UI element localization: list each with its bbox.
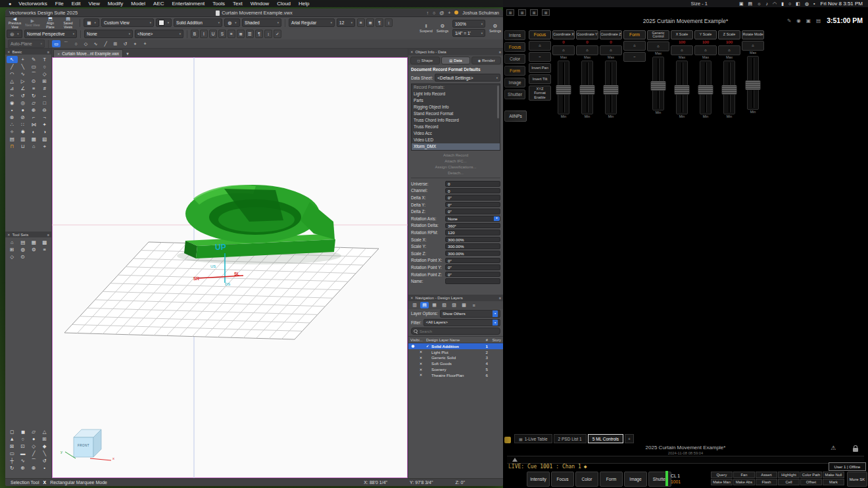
field-value-input[interactable]: 300.00% (445, 237, 500, 243)
text-style-button[interactable]: B (191, 30, 199, 38)
view-mode-dropdown[interactable]: ▦▾ (84, 18, 99, 27)
object-info-tab[interactable]: ◉ Render (471, 57, 501, 64)
tool-icon[interactable]: + (18, 56, 29, 63)
navigation-mode-icon[interactable]: ▦ (430, 302, 439, 308)
fader-handle[interactable] (721, 85, 737, 95)
field-value-input[interactable]: 0" (445, 195, 500, 201)
parameter-softkey-button[interactable]: Focus (551, 472, 574, 487)
object-info-tab[interactable]: ◻ Shape (410, 57, 440, 64)
tool-sets-palette-titlebar[interactable]: ✕ Tool Sets ≡ (5, 232, 51, 237)
ml-minus-button[interactable]: − (529, 52, 551, 62)
record-format-item[interactable]: Light Info Record (412, 91, 500, 97)
ml-fader[interactable] (558, 61, 569, 114)
modeling-tool-icon[interactable]: ⌒ (28, 457, 39, 464)
record-format-item[interactable]: Video LED (412, 137, 500, 143)
previous-view-button[interactable]: ◀ Previous View (7, 16, 23, 29)
zoom-dropdown[interactable]: 100%▾ (452, 20, 485, 28)
navigation-mode-icon[interactable]: ▥ (410, 302, 419, 308)
screen-3-icon[interactable]: ▦ (530, 9, 538, 16)
tool-mode-button[interactable]: ▭ (52, 40, 60, 47)
vw-titlebar[interactable]: Vectorworks Design Suite 2025 Curtain Mo… (5, 9, 503, 17)
share-icon[interactable]: ↑ (426, 11, 429, 15)
record-format-item[interactable]: Parts (412, 97, 500, 104)
tool-icon[interactable]: ↖ (7, 56, 18, 63)
screen-4-icon[interactable]: ▦ (542, 9, 550, 16)
tool-icon[interactable]: ∿ (18, 70, 29, 78)
layer-options-dropdown[interactable]: Show Others▾ (440, 310, 500, 318)
camera-icon[interactable]: ▣ (806, 18, 811, 24)
tool-icon[interactable]: ▱ (28, 99, 39, 107)
ml-category-button[interactable]: Shutter (504, 89, 525, 99)
home-button[interactable]: ⌂ (718, 45, 740, 55)
navigation-mode-icon[interactable]: ▧ (440, 302, 448, 308)
edit-icon[interactable]: ✎ (787, 18, 791, 24)
modeling-tool-icon[interactable]: ▲ (7, 435, 18, 443)
field-value-input[interactable]: 300.00% (445, 243, 500, 249)
close-icon[interactable]: ✕ (7, 233, 11, 237)
modeling-tool-icon[interactable]: ▱ (28, 428, 39, 435)
tool-mode-button[interactable]: ∿ (91, 40, 100, 47)
ml-category-button[interactable]: Color (504, 54, 525, 64)
allnps-button[interactable]: AllNPs (504, 110, 527, 122)
text-style-button[interactable]: ☰ (246, 30, 254, 38)
paragraph-style-button[interactable]: ↕ (385, 18, 393, 27)
tool-icon[interactable]: ∠ (18, 85, 29, 92)
softkey-button[interactable]: Offset (800, 479, 822, 485)
monitor-icon[interactable]: ▤ (816, 18, 821, 24)
modeling-tool-icon[interactable]: ▪ (39, 464, 51, 472)
close-icon[interactable]: ✕ (410, 296, 414, 300)
navigation-mode-icon[interactable]: ▨ (450, 302, 458, 308)
visibility-off-icon[interactable]: ✕ (418, 356, 423, 360)
align-plane-button[interactable]: ⬒ Align Plane (42, 16, 59, 29)
fader-handle[interactable] (556, 85, 571, 95)
record-formats-list[interactable]: Record Formats: Light Info RecordPartsRi… (411, 84, 500, 151)
ml-option-button[interactable]: Invert Pan (529, 63, 551, 73)
object-info-tab[interactable]: ▤ Data (441, 57, 471, 64)
modeling-tool-icon[interactable]: ┼ (7, 457, 18, 464)
field-value-input[interactable]: 0" (445, 272, 500, 278)
name-field-input[interactable] (445, 278, 500, 284)
fader-handle[interactable] (603, 85, 619, 95)
ml-fader[interactable] (700, 61, 711, 114)
projection-dropdown[interactable]: Normal Perspective▾ (24, 30, 77, 38)
ml-parameter-header[interactable]: Coordinate Y (576, 30, 598, 39)
projection-icon-dropdown[interactable]: ◎▾ (7, 30, 22, 38)
menubar-item[interactable]: Modify (104, 1, 128, 7)
field-value-input[interactable]: None (445, 216, 500, 222)
modeling-tool-icon[interactable]: ⊡ (18, 443, 29, 450)
text-style-button[interactable]: ≣ (237, 30, 245, 38)
tool-icon[interactable]: ✱ (18, 128, 29, 135)
modeling-tool-icon[interactable]: ⊕ (18, 464, 29, 472)
softkey-button[interactable]: Assert (756, 472, 777, 478)
visibility-off-icon[interactable]: ✕ (418, 368, 423, 372)
tool-icon[interactable]: ∷ (18, 121, 29, 128)
softkey-button[interactable]: Cell (778, 479, 800, 485)
tool-icon[interactable]: ⊓ (7, 143, 18, 150)
modeling-tool-icon[interactable]: ⊗ (28, 464, 39, 472)
ml-parameter-header[interactable]: Form (623, 30, 646, 39)
tool-icon[interactable]: ⌖ (39, 143, 51, 150)
tool-icon[interactable]: ✦ (39, 121, 51, 128)
tool-icon[interactable]: ↔ (39, 92, 51, 99)
color-swatch-dropdown[interactable]: ▾ (156, 18, 172, 27)
ml-fader[interactable] (723, 61, 735, 114)
modeling-tool-icon[interactable]: ↺ (39, 457, 51, 464)
home-button[interactable]: ⌂ (671, 45, 693, 55)
tool-icon[interactable]: ¬ (39, 114, 51, 121)
tool-mode-button[interactable]: ○ (72, 40, 80, 47)
ml-option-button[interactable]: Invert Tilt (529, 74, 551, 84)
workspace-tab[interactable]: ▦ 1-Live Table (514, 434, 552, 443)
parameter-softkey-button[interactable]: Form (600, 472, 623, 487)
home-button[interactable]: ⌂ (647, 41, 669, 51)
tool-icon[interactable]: ╱ (7, 63, 18, 70)
menubar-item[interactable]: View (85, 1, 104, 7)
text-style-button[interactable]: ✓ (274, 30, 281, 38)
screen-2-icon[interactable]: ▦ (518, 9, 526, 16)
tool-icon[interactable]: ⊘ (18, 114, 29, 121)
layer-row[interactable]: ✕ Scenery 5 (408, 366, 503, 372)
modeling-tool-icon[interactable]: ● (28, 435, 39, 443)
signed-in-user[interactable]: Joshua Schulman (462, 11, 499, 15)
record-format-item[interactable]: Stand Record Format (412, 110, 500, 117)
navigation-mode-icon[interactable]: ≡ (470, 302, 478, 308)
battery-icon[interactable]: ▮ (781, 1, 784, 7)
